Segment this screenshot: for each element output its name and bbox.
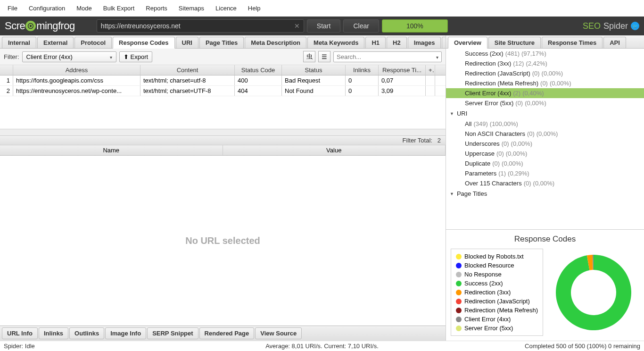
- col-value[interactable]: Value: [223, 145, 446, 155]
- overview-item[interactable]: Client Error (4xx)(2)(0,40%): [446, 88, 644, 98]
- chevron-down-icon: [110, 53, 112, 60]
- status-left: Spider: Idle: [4, 343, 35, 350]
- clear-url-icon[interactable]: ✕: [294, 22, 300, 30]
- chart-legend: Blocked by Robots.txtBlocked ResourceNo …: [451, 249, 543, 336]
- horizontal-scrollbar[interactable]: [0, 129, 446, 135]
- menu-reports[interactable]: Reports: [146, 5, 167, 12]
- swatch-icon: [456, 254, 462, 259]
- swatch-icon: [456, 290, 462, 295]
- tree-view-button[interactable]: ⾍: [303, 51, 315, 62]
- list-icon: ☰: [322, 53, 327, 60]
- tab-protocol[interactable]: Protocol: [74, 37, 112, 48]
- tabs-overflow-button[interactable]: [442, 37, 446, 48]
- export-icon: ⬆: [124, 53, 129, 60]
- overview-item[interactable]: Redirection (3xx)(12)(2,42%): [446, 58, 644, 68]
- col-address[interactable]: Address: [13, 65, 140, 75]
- legend-item: Client Error (4xx): [456, 315, 538, 324]
- right-tab-api[interactable]: API: [603, 37, 626, 48]
- add-column-button[interactable]: +: [426, 65, 435, 75]
- overview-item[interactable]: Underscores(0)(0,00%): [446, 139, 644, 149]
- chart-panel: Response Codes Blocked by Robots.txtBloc…: [446, 229, 644, 341]
- bottom-tab-inlinks[interactable]: Inlinks: [39, 327, 68, 339]
- app-logo: Scre ⦿ mingfrog: [5, 20, 75, 32]
- legend-item: Redirection (JavaScript): [456, 297, 538, 306]
- toolbar: Scre ⦿ mingfrog ✕ Start Clear 100% SEO S…: [0, 17, 644, 35]
- tab-uri[interactable]: URI: [176, 37, 198, 48]
- tab-internal[interactable]: Internal: [2, 37, 36, 48]
- overview-item[interactable]: Success (2xx)(481)(97,17%): [446, 49, 644, 58]
- filter-select[interactable]: Client Error (4xx): [22, 51, 116, 62]
- tab-meta-keywords[interactable]: Meta Keywords: [307, 37, 364, 48]
- bottom-tab-image-info[interactable]: Image Info: [105, 327, 146, 339]
- menubar: FileConfigurationModeBulk ExportReportsS…: [0, 0, 644, 17]
- right-tab-response-times[interactable]: Response Times: [542, 37, 603, 48]
- swatch-icon: [456, 308, 462, 313]
- bottom-tab-url-info[interactable]: URL Info: [2, 327, 38, 339]
- overview-item[interactable]: Non ASCII Characters(0)(0,00%): [446, 129, 644, 139]
- tab-meta-description[interactable]: Meta Description: [245, 37, 306, 48]
- table-row[interactable]: 1 https://fonts.googleapis.com/css text/…: [0, 75, 446, 86]
- detail-header: Name Value: [0, 145, 446, 156]
- tab-h1[interactable]: H1: [365, 37, 386, 48]
- chevron-down-icon[interactable]: [436, 53, 438, 60]
- menu-configuration[interactable]: Configuration: [29, 5, 65, 12]
- col-response-time[interactable]: Response Ti...: [379, 65, 426, 75]
- status-center: Average: 8,01 URI/s. Current: 7,10 URI/s…: [265, 343, 379, 350]
- overview-item[interactable]: All(349)(100,00%): [446, 119, 644, 129]
- swatch-icon: [456, 299, 462, 304]
- tab-h2[interactable]: H2: [387, 37, 407, 48]
- col-status-code[interactable]: Status Code: [235, 65, 282, 75]
- overview-item[interactable]: Redirection (JavaScript)(0)(0,00%): [446, 68, 644, 78]
- overview-group[interactable]: URI: [446, 108, 644, 119]
- bottom-tab-outlinks[interactable]: Outlinks: [69, 327, 104, 339]
- menu-bulk-export[interactable]: Bulk Export: [103, 5, 134, 12]
- tab-images[interactable]: Images: [408, 37, 441, 48]
- donut-chart: [548, 249, 639, 336]
- overview-item[interactable]: Server Error (5xx)(0)(0,00%): [446, 98, 644, 108]
- detail-area: No URL selected: [0, 156, 446, 326]
- legend-item: Blocked by Robots.txt: [456, 252, 538, 261]
- col-name[interactable]: Name: [0, 145, 223, 155]
- progress-bar: 100%: [382, 19, 448, 33]
- search-input[interactable]: [337, 53, 436, 60]
- clear-button[interactable]: Clear: [343, 19, 379, 33]
- tab-external[interactable]: External: [37, 37, 74, 48]
- overview-item[interactable]: Uppercase(0)(0,00%): [446, 149, 644, 159]
- start-button[interactable]: Start: [307, 19, 341, 33]
- table-row[interactable]: 2 https://entreunosyceros.net/wp-conte..…: [0, 86, 446, 96]
- bottom-tab-view-source[interactable]: View Source: [255, 327, 302, 339]
- filter-bar: Filter: Client Error (4xx) ⬆ Export ⾍ ☰: [0, 49, 446, 65]
- tab-response-codes[interactable]: Response Codes: [113, 37, 174, 49]
- filter-total: Filter Total: 2: [0, 135, 446, 145]
- url-input-wrap[interactable]: ✕: [97, 19, 304, 33]
- frog-icon: ⦿: [25, 21, 36, 31]
- right-tab-site-structure[interactable]: Site Structure: [488, 37, 541, 48]
- brand-spider: Spider: [603, 21, 628, 31]
- export-button[interactable]: ⬆ Export: [119, 51, 153, 62]
- overview-group[interactable]: Page Titles: [446, 188, 644, 199]
- statusbar: Spider: Idle Average: 8,01 URI/s. Curren…: [0, 341, 644, 351]
- bottom-tab-serp-snippet[interactable]: SERP Snippet: [147, 327, 198, 339]
- legend-item: Blocked Resource: [456, 261, 538, 270]
- bottom-tab-rendered-page[interactable]: Rendered Page: [199, 327, 255, 339]
- overview-item[interactable]: Parameters(1)(0,29%): [446, 168, 644, 178]
- col-inlinks[interactable]: Inlinks: [346, 65, 379, 75]
- menu-sitemaps[interactable]: Sitemaps: [179, 5, 204, 12]
- col-status[interactable]: Status: [282, 65, 346, 75]
- url-input[interactable]: [101, 22, 294, 30]
- swatch-icon: [456, 263, 462, 268]
- menu-help[interactable]: Help: [248, 5, 261, 12]
- menu-mode[interactable]: Mode: [76, 5, 92, 12]
- search-box[interactable]: [333, 51, 442, 62]
- twitter-icon[interactable]: 🐦: [631, 22, 639, 30]
- tab-page-titles[interactable]: Page Titles: [199, 37, 244, 48]
- col-content[interactable]: Content: [140, 65, 235, 75]
- menu-licence[interactable]: Licence: [215, 5, 237, 12]
- right-tab-overview[interactable]: Overview: [448, 37, 487, 49]
- menu-file[interactable]: File: [8, 5, 17, 12]
- list-view-button[interactable]: ☰: [318, 51, 330, 62]
- legend-item: Success (2xx): [456, 279, 538, 288]
- overview-item[interactable]: Over 115 Characters(0)(0,00%): [446, 178, 644, 188]
- overview-item[interactable]: Duplicate(0)(0,00%): [446, 159, 644, 168]
- overview-item[interactable]: Redirection (Meta Refresh)(0)(0,00%): [446, 78, 644, 88]
